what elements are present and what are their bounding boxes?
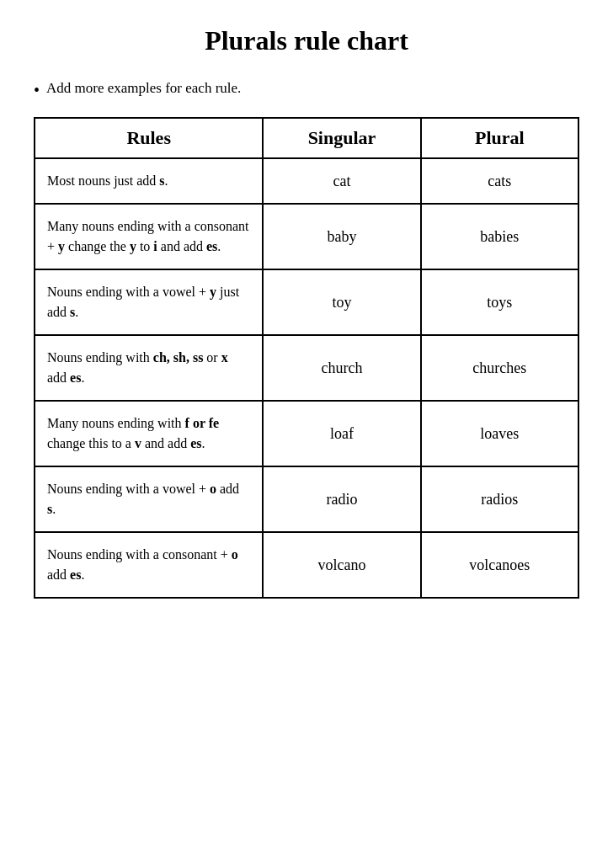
table-header-row: Rules Singular Plural bbox=[35, 118, 578, 158]
instruction-text: • Add more examples for each rule. bbox=[34, 80, 579, 100]
singular-cell-3: church bbox=[263, 335, 420, 401]
plural-cell-5: radios bbox=[421, 466, 578, 532]
singular-cell-4: loaf bbox=[263, 401, 420, 466]
singular-cell-5: radio bbox=[263, 466, 420, 532]
plural-cell-1: babies bbox=[421, 204, 578, 269]
table-row: Nouns ending with a consonant + o add es… bbox=[35, 532, 578, 598]
rule-cell-5: Nouns ending with a vowel + o add s. bbox=[35, 466, 263, 532]
table-row: Nouns ending with a vowel + o add s.radi… bbox=[35, 466, 578, 532]
singular-cell-6: volcano bbox=[263, 532, 420, 598]
plural-cell-2: toys bbox=[421, 269, 578, 335]
plural-cell-4: loaves bbox=[421, 401, 578, 466]
table-row: Nouns ending with ch, sh, ss or x add es… bbox=[35, 335, 578, 401]
header-singular: Singular bbox=[263, 118, 420, 158]
table-row: Nouns ending with a vowel + y just add s… bbox=[35, 269, 578, 335]
bullet-point: • bbox=[34, 80, 40, 100]
page-title: Plurals rule chart bbox=[34, 25, 579, 56]
rule-cell-6: Nouns ending with a consonant + o add es… bbox=[35, 532, 263, 598]
singular-cell-0: cat bbox=[263, 158, 420, 204]
table-row: Most nouns just add s.catcats bbox=[35, 158, 578, 204]
header-rules: Rules bbox=[35, 118, 263, 158]
instruction-label: Add more examples for each rule. bbox=[46, 80, 241, 97]
singular-cell-1: baby bbox=[263, 204, 420, 269]
rule-cell-4: Many nouns ending with f or fe change th… bbox=[35, 401, 263, 466]
plural-cell-3: churches bbox=[421, 335, 578, 401]
plural-cell-6: volcanoes bbox=[421, 532, 578, 598]
rule-cell-2: Nouns ending with a vowel + y just add s… bbox=[35, 269, 263, 335]
rule-cell-1: Many nouns ending with a consonant + y c… bbox=[35, 204, 263, 269]
table-row: Many nouns ending with a consonant + y c… bbox=[35, 204, 578, 269]
header-plural: Plural bbox=[421, 118, 578, 158]
singular-cell-2: toy bbox=[263, 269, 420, 335]
rule-cell-3: Nouns ending with ch, sh, ss or x add es… bbox=[35, 335, 263, 401]
rule-cell-0: Most nouns just add s. bbox=[35, 158, 263, 204]
plurals-table: Rules Singular Plural Most nouns just ad… bbox=[34, 117, 579, 599]
table-row: Many nouns ending with f or fe change th… bbox=[35, 401, 578, 466]
plural-cell-0: cats bbox=[421, 158, 578, 204]
